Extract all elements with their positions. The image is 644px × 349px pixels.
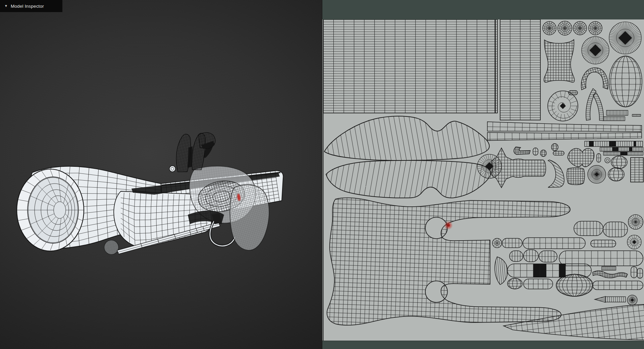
uv-island-wedge-fan xyxy=(548,160,564,188)
uv-panel[interactable] xyxy=(322,0,644,349)
uv-island-barrel-sheet-a xyxy=(323,19,497,113)
uv-island-fan-skirt xyxy=(495,257,507,285)
uv-island-car-plate xyxy=(524,279,553,289)
uv-island-bracket xyxy=(533,148,538,155)
uv-island-corner-fan xyxy=(627,235,641,249)
model-viewport[interactable]: ▼ Model Inspector xyxy=(0,0,322,349)
uv-island-spoon-handle xyxy=(593,281,643,290)
uv-island-fish-b xyxy=(608,168,624,181)
model-hammer xyxy=(169,133,215,172)
uv-island-knob-blob xyxy=(540,150,546,157)
uv-island-fish-a xyxy=(611,156,627,169)
model-grip xyxy=(230,185,269,250)
uv-island-strip-arc-a xyxy=(606,110,628,115)
uv-island-muzzle-fan-large xyxy=(609,22,641,54)
uv-island-boot-b xyxy=(637,268,643,278)
uv-island-pen-body xyxy=(605,297,626,302)
uv-island-pencil-funnel xyxy=(502,238,522,248)
model-bell-mouth xyxy=(17,169,84,251)
uv-island-arc-hat xyxy=(581,68,608,90)
uv-islands-layer xyxy=(322,19,644,341)
uv-island-flask-a xyxy=(509,251,523,261)
uv-island-boot-a xyxy=(631,266,637,278)
uv-island-saddle xyxy=(544,40,575,82)
uv-island-capsule-b xyxy=(603,222,628,237)
uv-island-disk-small-b xyxy=(627,295,637,305)
wireframe-model-blunderbuss xyxy=(0,0,322,349)
uv-island-sunburst xyxy=(588,165,606,184)
uv-island-capsule-c xyxy=(591,240,616,247)
uv-island-side-wing-upper xyxy=(324,116,489,160)
uv-island-ribbed-rect xyxy=(602,266,616,270)
uv-island-dumbbell xyxy=(553,151,564,155)
uv-island-pencil-shaft xyxy=(523,238,585,249)
uv-island-stripe-bar-b xyxy=(600,147,643,151)
uv-island-wheel-2 xyxy=(558,21,572,35)
uv-island-totem xyxy=(631,158,643,182)
uv-island-strip-dash xyxy=(632,114,641,116)
uv-hover-highlight xyxy=(444,221,453,230)
model-inspector-header[interactable]: ▼ Model Inspector xyxy=(0,0,62,12)
uv-island-barrel-sheet-b xyxy=(500,19,540,120)
uv-island-muzzle-fan-small xyxy=(582,37,609,64)
uv-island-side-wing-lower xyxy=(326,160,491,198)
collapse-triangle-icon[interactable]: ▼ xyxy=(4,4,8,8)
uv-island-bolt-small xyxy=(569,91,578,95)
uv-island-shell-curl xyxy=(548,91,578,121)
uv-island-wheel-4 xyxy=(589,21,602,35)
uv-island-spoon-head xyxy=(556,274,593,296)
uv-island-leaf-pair xyxy=(586,89,603,121)
uv-island-vest xyxy=(567,168,585,185)
uv-island-pencil-cap xyxy=(492,238,502,248)
uv-island-wheel-1 xyxy=(543,21,556,35)
uv-island-owl-blob xyxy=(551,144,558,151)
lock-screw-knob xyxy=(169,166,175,172)
uv-island-disk-small-a xyxy=(628,214,643,229)
uv-island-donut xyxy=(605,158,610,163)
uv-island-collar xyxy=(568,148,594,167)
uv-island-ramrod-strip-b xyxy=(487,133,642,141)
uv-island-stripe-bar-a xyxy=(585,141,643,147)
uv-island-capsule-a xyxy=(574,221,603,236)
model-inspector-app: ▼ Model Inspector xyxy=(0,0,644,349)
uv-island-fork-u xyxy=(514,147,530,155)
uv-island-stripe-bar-c xyxy=(603,152,643,155)
uv-island-dogbone xyxy=(593,271,628,278)
uv-island-wheel-3 xyxy=(573,21,587,35)
uv-island-ramrod-strip-a xyxy=(487,122,642,132)
uv-island-pen-tip xyxy=(595,296,605,302)
uv-island-strip-arc-b xyxy=(603,117,625,121)
uv-island-flask-c xyxy=(539,251,557,262)
uv-canvas[interactable] xyxy=(322,19,644,341)
uv-island-oval-small xyxy=(507,278,522,289)
panel-title: Model Inspector xyxy=(11,4,44,9)
uv-island-wedge-small xyxy=(597,154,601,162)
uv-island-egg-oval xyxy=(609,56,642,107)
uv-island-flask-b xyxy=(524,250,538,262)
